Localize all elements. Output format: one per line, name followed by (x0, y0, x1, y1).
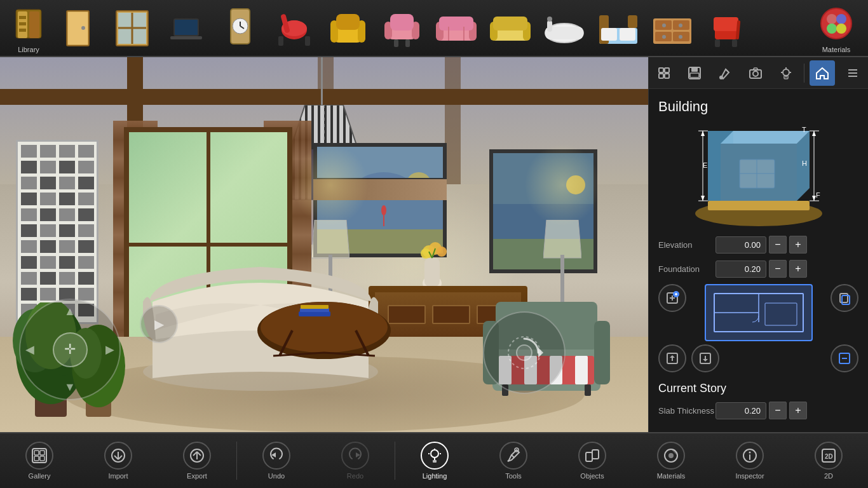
main-viewport[interactable]: ✛ ▲ ▼ ◀ ▶ ▶ (0, 57, 648, 432)
objects-icon (578, 442, 606, 470)
elevation-decrease-btn[interactable]: − (769, 236, 787, 254)
save-tool[interactable] (682, 60, 707, 86)
svg-point-260 (431, 450, 438, 458)
clock-item[interactable] (213, 8, 267, 49)
home-tool[interactable] (810, 60, 835, 86)
2d-button[interactable]: 2D 2D (789, 433, 868, 488)
svg-point-72 (836, 24, 846, 34)
objects-button[interactable]: Objects (553, 433, 632, 488)
svg-point-59 (662, 24, 666, 27)
redo-icon (341, 442, 369, 470)
pink-chair-item[interactable] (375, 8, 429, 49)
svg-rect-28 (336, 14, 360, 30)
svg-rect-109 (59, 256, 75, 269)
svg-rect-116 (40, 288, 56, 301)
elevation-input[interactable] (715, 236, 766, 254)
svg-rect-94 (78, 193, 94, 205)
lighting-button[interactable]: Lighting (395, 433, 474, 488)
svg-marker-217 (812, 131, 816, 136)
library-button[interactable]: Library (6, 3, 51, 53)
svg-point-144 (437, 247, 447, 257)
building-3d-diagram: T H E F (682, 125, 835, 233)
svg-rect-247 (40, 451, 44, 455)
floor-plan-thumbnail[interactable] (705, 284, 813, 341)
paint-tool[interactable] (712, 60, 738, 86)
list-tool[interactable] (840, 60, 865, 86)
svg-text:F: F (816, 191, 820, 199)
camera-tool[interactable] (743, 60, 768, 86)
svg-point-60 (679, 24, 682, 27)
svg-rect-102 (78, 224, 94, 237)
materials-bottom-label: Materials (657, 472, 686, 480)
slab-thickness-input[interactable] (715, 402, 766, 419)
top-toolbar: Library (0, 0, 868, 57)
yellow-sofa-item[interactable] (483, 8, 537, 49)
room-scene[interactable]: ✛ ▲ ▼ ◀ ▶ ▶ (0, 57, 648, 432)
remove-storey-btn[interactable] (831, 344, 858, 372)
svg-rect-99 (21, 224, 37, 237)
svg-rect-53 (628, 15, 637, 28)
foundation-label: Foundation (658, 264, 715, 274)
red-chair-item[interactable] (267, 8, 321, 49)
select-tool[interactable] (651, 60, 677, 86)
svg-rect-106 (78, 240, 94, 253)
copy-storey-btn[interactable] (831, 284, 858, 312)
svg-marker-223 (701, 196, 705, 201)
pink-sofa-item[interactable] (429, 8, 483, 49)
lighting-icon (421, 442, 449, 470)
laptop-item[interactable] (159, 8, 213, 49)
svg-rect-86 (78, 161, 94, 173)
svg-text:2D: 2D (825, 453, 833, 460)
undo-button[interactable]: Undo (237, 433, 316, 488)
slab-increase-btn[interactable]: + (789, 402, 807, 419)
gallery-button[interactable]: Gallery (0, 433, 79, 488)
foundation-input[interactable] (715, 261, 766, 278)
import-button[interactable]: Import (79, 433, 158, 488)
bed-item[interactable] (591, 8, 645, 49)
slab-decrease-btn[interactable]: − (769, 402, 787, 419)
svg-rect-268 (592, 450, 599, 459)
elevation-increase-btn[interactable]: + (789, 236, 807, 254)
svg-marker-239 (670, 355, 675, 358)
svg-rect-93 (59, 193, 75, 205)
svg-rect-89 (59, 177, 75, 189)
svg-rect-88 (40, 177, 56, 189)
svg-point-128 (381, 205, 386, 215)
redo-label: Redo (347, 472, 363, 480)
svg-rect-90 (78, 177, 94, 189)
foundation-increase-btn[interactable]: + (789, 260, 807, 278)
svg-rect-246 (34, 451, 39, 455)
redo-button[interactable]: Redo (316, 433, 395, 488)
materials-bottom-icon (657, 442, 685, 470)
light-tool[interactable] (773, 60, 799, 86)
yellow-armchair-item[interactable] (321, 8, 375, 49)
import-icon (104, 442, 132, 470)
navigation-joystick-left[interactable]: ✛ ▲ ▼ ◀ ▶ (19, 299, 121, 400)
export-button[interactable]: Export (158, 433, 236, 488)
svg-point-62 (679, 35, 682, 39)
foundation-decrease-btn[interactable]: − (769, 260, 787, 278)
svg-point-178 (517, 345, 532, 360)
elevation-label: Elevation (658, 240, 715, 250)
door-item[interactable] (51, 8, 105, 49)
dresser-item[interactable] (645, 8, 699, 49)
bathtub-item[interactable] (537, 8, 591, 49)
rotation-handle[interactable] (483, 311, 566, 394)
svg-rect-65 (715, 39, 720, 47)
inspector-button[interactable]: Inspector (710, 433, 789, 488)
elevation-row: Elevation − + (658, 236, 858, 254)
window-item[interactable] (105, 8, 159, 49)
red-chair2-item[interactable] (699, 8, 753, 49)
move-up-btn[interactable] (658, 344, 686, 372)
materials-top-button[interactable]: Materials (811, 3, 862, 53)
svg-rect-85 (59, 161, 75, 173)
svg-rect-107 (21, 256, 37, 269)
svg-rect-3 (19, 16, 26, 19)
svg-rect-110 (78, 256, 94, 269)
move-down-btn[interactable] (691, 344, 719, 372)
add-storey-btn[interactable] (658, 284, 686, 312)
tools-button[interactable]: Tools (474, 433, 553, 488)
nav-arrow-forward[interactable]: ▶ (140, 305, 178, 343)
materials-button[interactable]: Materials (632, 433, 710, 488)
svg-rect-101 (59, 224, 75, 237)
